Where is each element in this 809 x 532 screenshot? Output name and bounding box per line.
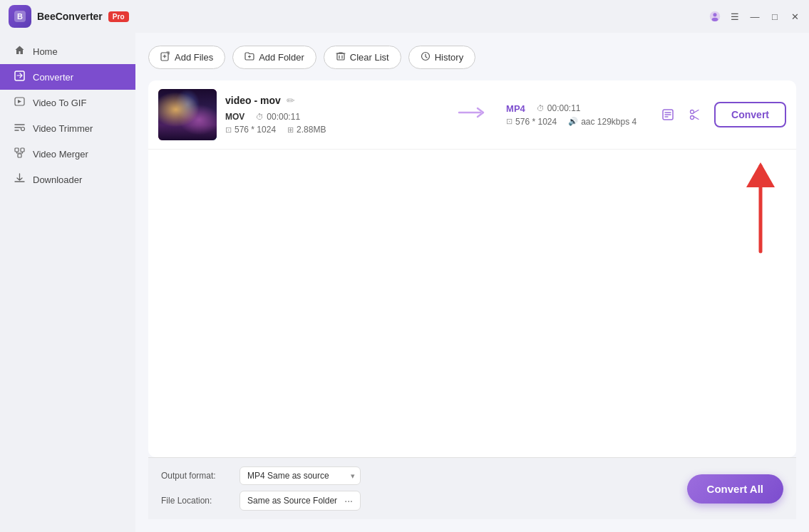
converter-icon xyxy=(13,71,26,83)
thumbnail-image xyxy=(158,89,217,140)
sidebar-item-label-gif: Video To GIF xyxy=(33,98,86,108)
clock-icon: ⏱ xyxy=(256,113,264,121)
output-resolution-item: ⊡ 576 * 1024 xyxy=(506,117,557,127)
output-meta-row: ⊡ 576 * 1024 🔊 aac 129kbps 4 xyxy=(506,117,649,127)
sidebar-item-label-downloader: Downloader xyxy=(33,174,82,185)
output-duration: 00:00:11 xyxy=(547,103,581,113)
svg-rect-10 xyxy=(18,154,21,157)
output-res-icon: ⊡ xyxy=(506,117,512,126)
add-folder-label: Add Folder xyxy=(259,52,304,63)
output-format-select[interactable]: MP4 Same as source xyxy=(239,466,361,485)
svg-point-7 xyxy=(21,127,24,131)
source-resolution: 576 * 1024 xyxy=(235,125,276,135)
output-info: MP4 ⏱ 00:00:11 ⊡ 576 * 1024 🔊 xyxy=(506,103,649,127)
file-location-row: File Location: Same as Source Folder ··· xyxy=(161,491,361,511)
content-area: Add Files Add Folder xyxy=(135,33,809,532)
source-meta-row: MOV ⏱ 00:00:11 xyxy=(225,112,438,122)
sidebar-item-label-trimmer: Video Trimmer xyxy=(33,123,93,134)
metadata-icon[interactable] xyxy=(657,104,679,125)
add-files-label: Add Files xyxy=(175,52,213,63)
titlebar: B BeeConverter Pro ☰ — □ ✕ xyxy=(0,0,809,33)
source-size-item: ⊞ 2.88MB xyxy=(287,125,326,135)
bottom-left: Output format: MP4 Same as source File L… xyxy=(161,466,361,511)
history-icon xyxy=(421,51,431,63)
source-size-row: ⊡ 576 * 1024 ⊞ 2.88MB xyxy=(225,125,438,135)
file-list-area: video - mov ✏ MOV ⏱ 00:00:11 ⊡ 576 * xyxy=(148,80,796,457)
output-audio: aac 129kbps 4 xyxy=(581,117,637,127)
menu-icon[interactable]: ☰ xyxy=(729,11,741,22)
sidebar-item-video-trimmer[interactable]: Video Trimmer xyxy=(0,115,135,141)
source-duration: 00:00:11 xyxy=(267,112,300,122)
sidebar-item-video-to-gif[interactable]: Video To GIF xyxy=(0,90,135,115)
video-to-gif-icon xyxy=(13,96,26,109)
home-icon xyxy=(13,45,26,58)
output-format-wrapper: MP4 Same as source xyxy=(239,466,361,485)
file-thumbnail xyxy=(158,89,217,140)
history-button[interactable]: History xyxy=(408,46,475,69)
file-item: video - mov ✏ MOV ⏱ 00:00:11 ⊡ 576 * xyxy=(148,80,796,150)
minimize-button[interactable]: — xyxy=(749,11,761,22)
file-name-row: video - mov ✏ xyxy=(225,95,438,106)
clear-list-icon xyxy=(336,51,346,63)
source-duration-item: ⏱ 00:00:11 xyxy=(256,112,300,122)
sidebar: Home Converter Video To GIF xyxy=(0,33,135,532)
convert-all-button[interactable]: Convert All xyxy=(687,474,783,504)
downloader-icon xyxy=(13,173,26,186)
sidebar-item-converter[interactable]: Converter xyxy=(0,64,135,90)
action-icons xyxy=(657,104,706,125)
file-location-box[interactable]: Same as Source Folder ··· xyxy=(239,491,361,511)
svg-point-4 xyxy=(712,18,718,21)
output-format-label: Output format: xyxy=(161,471,232,481)
clear-list-label: Clear List xyxy=(350,52,389,63)
app-name: BeeConverter xyxy=(37,11,103,22)
svg-text:B: B xyxy=(17,12,23,21)
source-format: MOV xyxy=(225,112,244,122)
titlebar-right: ☰ — □ ✕ xyxy=(709,11,800,22)
resolution-icon: ⊡ xyxy=(225,125,232,135)
close-button[interactable]: ✕ xyxy=(789,11,800,22)
svg-point-3 xyxy=(713,13,716,16)
location-dots-button[interactable]: ··· xyxy=(344,495,353,506)
output-format-row: MP4 ⏱ 00:00:11 xyxy=(506,103,649,114)
cut-icon[interactable] xyxy=(684,104,706,125)
clear-list-button[interactable]: Clear List xyxy=(324,46,401,69)
add-files-icon xyxy=(160,51,170,63)
svg-rect-12 xyxy=(337,53,344,60)
sidebar-item-label-merger: Video Merger xyxy=(33,149,88,160)
output-duration-item: ⏱ 00:00:11 xyxy=(537,103,581,113)
output-clock-icon: ⏱ xyxy=(537,104,545,113)
convert-button[interactable]: Convert xyxy=(714,102,786,127)
sidebar-item-home[interactable]: Home xyxy=(0,38,135,64)
output-format: MP4 xyxy=(506,103,525,114)
file-name: video - mov xyxy=(225,95,281,106)
trimmer-icon xyxy=(13,122,26,135)
app-logo: B xyxy=(9,5,31,28)
audio-icon: 🔊 xyxy=(568,117,578,126)
sidebar-item-label-home: Home xyxy=(33,46,58,57)
svg-rect-9 xyxy=(21,148,24,152)
add-folder-icon xyxy=(244,51,254,63)
add-files-button[interactable]: Add Files xyxy=(148,46,225,69)
size-icon: ⊞ xyxy=(287,125,294,135)
merger-icon xyxy=(13,147,26,160)
output-audio-item: 🔊 aac 129kbps 4 xyxy=(568,117,637,127)
history-label: History xyxy=(435,52,463,63)
sidebar-item-label-converter: Converter xyxy=(33,72,73,83)
output-format-row: Output format: MP4 Same as source xyxy=(161,466,361,485)
svg-rect-8 xyxy=(15,148,19,152)
sidebar-item-video-merger[interactable]: Video Merger xyxy=(0,141,135,167)
file-location-value: Same as Source Folder xyxy=(247,496,337,506)
pro-badge: Pro xyxy=(108,11,129,22)
sidebar-item-downloader[interactable]: Downloader xyxy=(0,167,135,192)
source-resolution-item: ⊡ 576 * 1024 xyxy=(225,125,276,135)
convert-arrow xyxy=(446,105,498,124)
source-size: 2.88MB xyxy=(297,125,326,135)
add-folder-button[interactable]: Add Folder xyxy=(232,46,316,69)
maximize-button[interactable]: □ xyxy=(769,11,780,22)
titlebar-left: B BeeConverter Pro xyxy=(9,5,129,28)
user-icon[interactable] xyxy=(709,11,721,22)
file-location-label: File Location: xyxy=(161,496,232,506)
source-info: video - mov ✏ MOV ⏱ 00:00:11 ⊡ 576 * xyxy=(225,95,438,135)
toolbar: Add Files Add Folder xyxy=(148,46,796,69)
edit-icon[interactable]: ✏ xyxy=(287,95,295,106)
